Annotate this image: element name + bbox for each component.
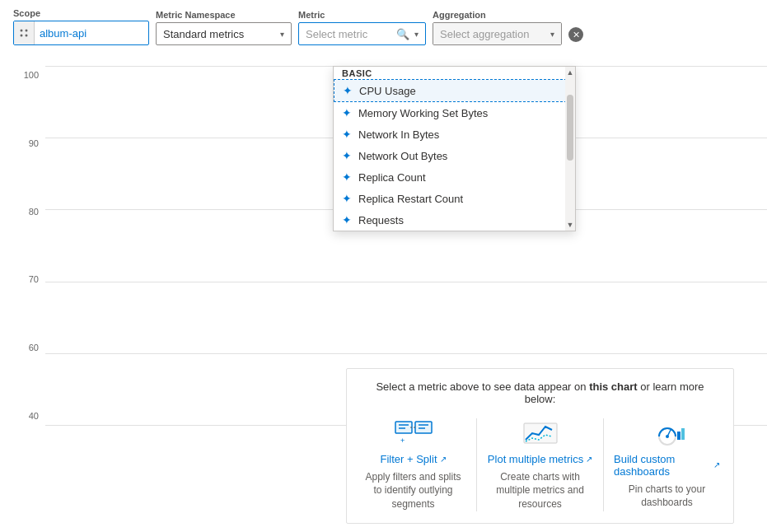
svg-point-2 <box>21 35 23 37</box>
dropdown-item-label-networkout: Network Out Bytes <box>358 150 447 162</box>
scrollbar-thumb[interactable] <box>567 95 573 161</box>
info-feature-filter: + Filter + Split ↗ Apply filters and spl… <box>360 418 466 511</box>
chevron-down-icon: ▾ <box>280 30 284 39</box>
svg-rect-17 <box>681 428 685 440</box>
filter-split-external-icon: ↗ <box>440 455 447 464</box>
svg-rect-7 <box>415 422 432 433</box>
dropdown-section-label: BASIC <box>334 63 381 82</box>
aggregation-dropdown[interactable]: Select aggregation ▾ <box>433 23 561 44</box>
metric-cpu-icon: ✦ <box>343 84 353 97</box>
y-label-60: 60 <box>0 343 45 352</box>
metric-memory-icon: ✦ <box>342 106 352 119</box>
y-label-90: 90 <box>0 138 45 148</box>
dropdown-scrollbar[interactable]: ▲ ▼ <box>565 67 575 231</box>
custom-dashboard-svg <box>648 418 687 448</box>
y-label-80: 80 <box>0 207 45 217</box>
dropdown-item-network-in[interactable]: ✦ Network In Bytes <box>334 124 575 145</box>
metric-namespace-dropdown[interactable]: Standard metrics ▾ <box>156 22 292 45</box>
plot-metrics-svg <box>521 418 560 448</box>
grid-line-4 <box>45 353 767 354</box>
metric-requests-icon: ✦ <box>342 213 352 226</box>
grid-line-3 <box>45 282 767 282</box>
metric-namespace-field: Metric Namespace Standard metrics ▾ <box>156 10 292 45</box>
y-label-40: 40 <box>0 411 45 421</box>
plot-metrics-external-icon: ↗ <box>586 455 592 464</box>
y-label-100: 100 <box>0 70 45 80</box>
svg-rect-4 <box>395 422 412 433</box>
plot-metrics-link[interactable]: Plot multiple metrics ↗ <box>488 453 592 465</box>
y-axis: 100 90 80 70 60 40 <box>0 66 45 425</box>
metric-replicacount-icon: ✦ <box>342 170 352 184</box>
metric-label: Metric <box>298 10 426 20</box>
scope-dots-icon <box>19 28 29 38</box>
aggregation-placeholder: Select aggregation <box>440 28 529 40</box>
filter-split-link[interactable]: Filter + Split ↗ <box>381 453 447 465</box>
scope-input[interactable] <box>35 24 149 43</box>
custom-dashboard-desc: Pin charts to your dashboards <box>614 483 720 511</box>
svg-rect-16 <box>677 432 680 440</box>
custom-dashboard-external-icon: ↗ <box>713 460 720 469</box>
metric-networkout-icon: ✦ <box>342 149 352 162</box>
separator-2 <box>603 418 604 511</box>
dropdown-item-memory[interactable]: ✦ Memory Working Set Bytes <box>334 102 575 124</box>
scope-icon <box>14 21 35 44</box>
aggregation-field: Aggregation Select aggregation ▾ <box>433 10 562 45</box>
dropdown-item-label-replicacount: Replica Count <box>358 171 426 184</box>
dropdown-item-label-requests: Requests <box>358 214 404 226</box>
metric-dropdown-popup: BASIC ✦ CPU Usage ✦ Memory Working Set B… <box>333 66 576 231</box>
aggregation-chevron-icon: ▾ <box>550 30 554 39</box>
toolbar: Scope Metric Namespace Standard metrics … <box>0 0 767 45</box>
info-features: + Filter + Split ↗ Apply filters and spl… <box>360 418 720 511</box>
info-card: Select a metric above to see data appear… <box>346 368 734 524</box>
svg-point-0 <box>21 30 23 32</box>
plot-metrics-icon <box>521 418 560 448</box>
info-feature-dashboard: Build custom dashboards ↗ Pin charts to … <box>614 418 720 511</box>
metric-dropdown[interactable]: Select metric 🔍 ▾ <box>298 22 426 45</box>
scope-label: Scope <box>13 8 149 18</box>
custom-dashboard-label: Build custom dashboards <box>614 453 711 478</box>
svg-point-15 <box>666 435 669 438</box>
svg-text:+: + <box>400 436 405 445</box>
custom-dashboard-link[interactable]: Build custom dashboards ↗ <box>614 453 720 478</box>
plot-metrics-label: Plot multiple metrics <box>488 453 583 465</box>
dropdown-item-label-memory: Memory Working Set Bytes <box>358 107 488 119</box>
dropdown-item-label-networkin: Network In Bytes <box>358 128 439 141</box>
scope-input-wrapper <box>13 21 149 45</box>
dropdown-item-label-replicarestart: Replica Restart Count <box>358 193 463 205</box>
dropdown-item-network-out[interactable]: ✦ Network Out Bytes <box>334 145 575 166</box>
dropdown-item-requests[interactable]: ✦ Requests <box>334 209 575 231</box>
dropdown-item-replica-count[interactable]: ✦ Replica Count <box>334 166 575 188</box>
metric-placeholder: Select metric <box>306 28 367 40</box>
dropdown-item-label-cpu: CPU Usage <box>359 85 416 97</box>
separator-1 <box>476 418 477 511</box>
custom-dashboard-icon <box>648 418 687 448</box>
filter-split-icon: + <box>394 418 433 448</box>
info-card-title: Select a metric above to see data appear… <box>360 380 720 405</box>
scroll-up-arrow[interactable]: ▲ <box>565 67 575 78</box>
metric-field: Metric Select metric 🔍 ▾ <box>298 10 426 45</box>
filter-split-label: Filter + Split <box>381 453 437 465</box>
info-feature-plot: Plot multiple metrics ↗ Create charts wi… <box>487 418 593 511</box>
metric-replicarestart-icon: ✦ <box>342 192 352 205</box>
search-icon: 🔍 <box>396 28 409 40</box>
plot-metrics-desc: Create charts with multiple metrics and … <box>487 470 593 511</box>
svg-point-3 <box>26 35 28 37</box>
info-title-prefix: Select a metric above to see data appear… <box>376 380 589 393</box>
metric-chevron-icon: ▾ <box>414 30 419 39</box>
y-label-70: 70 <box>0 274 45 284</box>
metric-namespace-label: Metric Namespace <box>156 10 292 20</box>
dropdown-item-replica-restart[interactable]: ✦ Replica Restart Count <box>334 188 575 209</box>
info-title-bold: this chart <box>589 380 638 393</box>
svg-point-1 <box>26 30 28 32</box>
scope-field: Scope <box>13 8 149 45</box>
metric-networkin-icon: ✦ <box>342 128 352 141</box>
filter-split-svg: + <box>394 418 433 448</box>
scroll-down-arrow[interactable]: ▼ <box>565 219 575 231</box>
aggregation-label: Aggregation <box>433 10 562 20</box>
dropdown-item-cpu-usage[interactable]: ✦ CPU Usage <box>334 79 575 102</box>
filter-split-desc: Apply filters and splits to identify out… <box>360 470 466 511</box>
metric-namespace-value: Standard metrics <box>163 28 244 40</box>
close-button[interactable]: ✕ <box>568 27 583 42</box>
